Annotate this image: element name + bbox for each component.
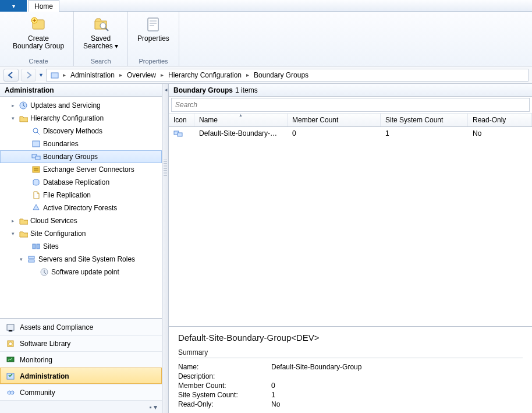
- pane-collapser[interactable]: [162, 84, 169, 413]
- tree-node[interactable]: Exchange Server Connectors: [0, 163, 162, 176]
- ribbon-group-search: Search: [91, 57, 111, 65]
- wunderbar-item[interactable]: Administration: [0, 368, 162, 384]
- tree-node[interactable]: Active Directory Forests: [0, 202, 162, 214]
- properties-button[interactable]: Properties: [134, 14, 173, 44]
- column-header[interactable]: Name: [194, 114, 288, 126]
- chevron-right-icon: ▸: [161, 72, 164, 78]
- tree-node[interactable]: ▸Updates and Servicing: [0, 99, 162, 112]
- svg-rect-7: [33, 141, 40, 147]
- wunderbar-item[interactable]: Software Library: [0, 335, 162, 351]
- detail-key: Member Count:: [178, 382, 271, 390]
- bgroup-icon: [31, 152, 41, 161]
- details-section: Summary: [178, 348, 523, 358]
- wunderbar-item-label: Software Library: [20, 340, 70, 348]
- table-row[interactable]: Default-Site-Boundary-…01No: [169, 127, 532, 140]
- row-cell: No: [468, 129, 532, 137]
- wunderbar-overflow[interactable]: ▪ ▾: [0, 400, 162, 413]
- bgroup-icon: [173, 129, 183, 138]
- detail-value: No: [271, 400, 280, 408]
- column-header[interactable]: Member Count: [288, 114, 381, 126]
- tree-twisty[interactable]: ▾: [9, 115, 16, 121]
- navigation-tree[interactable]: ▸Updates and Servicing▾Hierarchy Configu…: [0, 97, 162, 318]
- nav-history-dropdown[interactable]: ▼: [38, 72, 44, 78]
- nav-back-button[interactable]: [3, 69, 19, 82]
- svg-rect-13: [37, 244, 40, 249]
- filerepl-icon: [31, 190, 41, 200]
- create-boundary-group-button[interactable]: Create Boundary Group: [9, 14, 68, 51]
- wunderbar-item[interactable]: Monitoring: [0, 351, 162, 368]
- tree-node-label: Boundary Groups: [43, 153, 98, 161]
- app-menu-handle[interactable]: ▾: [0, 0, 27, 12]
- tab-strip: [59, 0, 532, 12]
- ribbon-group-properties: Properties: [139, 57, 168, 65]
- svg-point-6: [33, 128, 38, 133]
- svg-rect-14: [29, 256, 34, 259]
- adforest-icon: [31, 203, 41, 213]
- sites-icon: [31, 242, 41, 251]
- row-icon-cell: [169, 129, 194, 138]
- saved-searches-button[interactable]: Saved Searches ▾: [80, 14, 122, 51]
- tree-twisty[interactable]: ▸: [9, 103, 16, 108]
- tree-twisty[interactable]: ▾: [9, 231, 16, 236]
- community-icon: [6, 388, 15, 397]
- svg-rect-17: [7, 324, 14, 330]
- wunderbar-item-label: Administration: [20, 372, 69, 380]
- tree-node-label: Active Directory Forests: [43, 204, 117, 212]
- tree-node[interactable]: Discovery Methods: [0, 125, 162, 137]
- list-body[interactable]: Default-Site-Boundary-…01No: [169, 127, 532, 326]
- tree-node[interactable]: Database Replication: [0, 176, 162, 189]
- tree-node[interactable]: Software update point: [0, 266, 162, 278]
- breadcrumb-item[interactable]: Overview: [126, 70, 157, 80]
- tree-node[interactable]: Boundaries: [0, 137, 162, 150]
- create-boundary-group-icon: [29, 15, 48, 34]
- nav-forward-button[interactable]: [21, 69, 36, 82]
- saved-searches-icon: [91, 15, 110, 34]
- svg-point-23: [10, 391, 14, 394]
- tree-node[interactable]: ▸Cloud Services: [0, 214, 162, 227]
- breadcrumb-item[interactable]: Administration: [69, 70, 116, 80]
- breadcrumb-root-icon: [50, 70, 59, 80]
- tree-node[interactable]: ▾Site Configuration: [0, 227, 162, 240]
- tree-header: Administration: [0, 84, 162, 97]
- breadcrumb-item[interactable]: Hierarchy Configuration: [167, 70, 243, 80]
- list-header: Boundary Groups1 items: [169, 84, 532, 97]
- breadcrumb-item[interactable]: Boundary Groups: [253, 70, 310, 80]
- dbrepl-icon: [31, 178, 41, 187]
- chevron-right-icon: ▸: [246, 72, 249, 78]
- breadcrumb: ▸ Administration ▸ Overview ▸ Hierarchy …: [46, 69, 529, 82]
- tree-node[interactable]: Sites: [0, 240, 162, 253]
- row-cell: 0: [288, 129, 381, 137]
- tree-node[interactable]: Boundary Groups: [0, 150, 162, 163]
- saved-searches-label: Saved Searches ▾: [83, 35, 118, 50]
- tree-node[interactable]: ▾Servers and Site System Roles: [0, 253, 162, 266]
- boundary-icon: [31, 139, 41, 149]
- folder-icon: [19, 216, 28, 225]
- create-boundary-group-label: Create Boundary Group: [13, 35, 64, 50]
- wunderbar-item-label: Monitoring: [20, 356, 52, 364]
- svg-point-19: [9, 342, 12, 345]
- tree-node[interactable]: File Replication: [0, 189, 162, 202]
- arrow-right-icon: [24, 72, 33, 79]
- assets-icon: [6, 323, 15, 332]
- column-header[interactable]: Icon: [169, 114, 194, 126]
- tree-node[interactable]: ▾Hierarchy Configuration: [0, 112, 162, 125]
- tree-twisty[interactable]: ▾: [17, 256, 24, 262]
- wunderbar-item[interactable]: Community: [0, 384, 162, 400]
- arrow-left-icon: [7, 72, 15, 79]
- tree-twisty[interactable]: ▸: [9, 218, 16, 224]
- detail-value: Default-Site-Boundary-Group: [271, 363, 361, 371]
- tree-node-label: Boundaries: [43, 140, 79, 148]
- column-header[interactable]: Site System Count: [381, 114, 468, 126]
- row-cell: Default-Site-Boundary-…: [194, 129, 288, 137]
- column-header[interactable]: Read-Only: [468, 114, 532, 126]
- wunderbar-item[interactable]: Assets and Compliance: [0, 319, 162, 335]
- search-input[interactable]: [171, 98, 530, 112]
- tab-home[interactable]: Home: [28, 0, 59, 12]
- svg-rect-20: [7, 357, 14, 362]
- tree-node-label: Exchange Server Connectors: [43, 165, 134, 174]
- svg-rect-25: [178, 133, 182, 136]
- properties-icon: [144, 15, 162, 34]
- nav-bar: ▼ ▸ Administration ▸ Overview ▸ Hierarch…: [0, 66, 532, 84]
- library-icon: [6, 339, 15, 348]
- detail-field: Read-Only:No: [178, 400, 523, 408]
